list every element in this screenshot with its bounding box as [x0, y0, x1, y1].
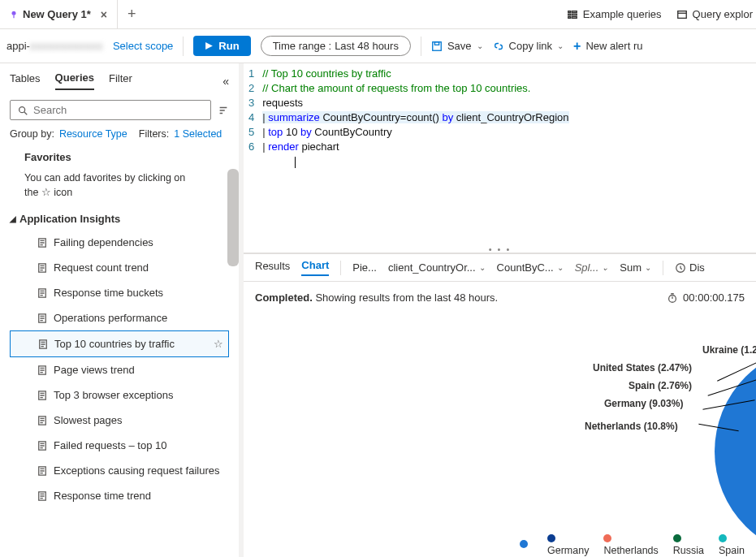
display-options[interactable]: Dis	[675, 261, 705, 274]
doc-icon	[37, 365, 47, 375]
link-icon	[493, 41, 504, 52]
select-scope-link[interactable]: Select scope	[113, 40, 173, 52]
favorites-title: Favorites	[24, 151, 226, 163]
chevron-down-icon: ⌄	[557, 41, 564, 50]
scope-name: appi-xxxxxxxxxxxx	[6, 40, 103, 52]
legend-item[interactable]: Russia	[673, 533, 704, 556]
search-icon	[17, 105, 28, 116]
svg-rect-8	[433, 41, 442, 50]
doc-icon	[37, 391, 47, 400]
svg-rect-7	[677, 11, 686, 18]
slice-label-us: United States (2.47%)	[593, 362, 692, 373]
query-item[interactable]: Failed requests – top 10	[10, 433, 229, 458]
pin-icon	[10, 11, 18, 19]
query-item[interactable]: Response time buckets	[10, 280, 229, 305]
query-item[interactable]: Page views trend	[10, 357, 229, 382]
query-item[interactable]: Top 3 browser exceptions	[10, 382, 229, 408]
caret-down-icon: ◢	[10, 214, 16, 223]
tab-title: New Query 1*	[23, 8, 91, 20]
svg-point-10	[19, 106, 25, 112]
doc-icon	[37, 238, 47, 248]
new-tab-button[interactable]: +	[118, 6, 146, 23]
divider	[421, 37, 421, 56]
tab-tables[interactable]: Tables	[10, 72, 41, 89]
doc-icon	[37, 313, 47, 323]
slice-label-ukraine: Ukraine (1.28%)	[702, 344, 756, 356]
tab-chart[interactable]: Chart	[301, 259, 329, 276]
query-duration: 00:00:00.175	[667, 291, 745, 304]
slice-label-spain: Spain (2.76%)	[629, 380, 692, 391]
new-alert-button[interactable]: + New alert ru	[573, 39, 642, 54]
slice-label-germany: Germany (9.03%)	[604, 398, 683, 409]
legend-item[interactable]	[520, 539, 533, 551]
y-axis-select[interactable]: CountByC...⌄	[497, 261, 564, 274]
save-icon	[431, 41, 443, 52]
aggregation-select[interactable]: Sum⌄	[620, 261, 651, 274]
star-icon[interactable]: ☆	[214, 338, 223, 350]
query-list: Failing dependenciesRequest count trendR…	[10, 230, 229, 508]
group-by-value[interactable]: Resource Type	[59, 128, 127, 140]
query-item[interactable]: Operations performance	[10, 305, 229, 330]
toolbar: appi-xxxxxxxxxxxx Select scope Run Time …	[0, 29, 756, 63]
legend: GermanyNetherlandsRussiaSpainUkraineUnit…	[520, 528, 756, 557]
tab-results[interactable]: Results	[255, 260, 290, 275]
query-item[interactable]: Failing dependencies	[10, 230, 229, 255]
code-editor[interactable]: 123456 // Top 10 countries by traffic// …	[244, 63, 756, 173]
svg-point-0	[12, 11, 16, 15]
sidebar: Tables Queries Filter « Group by: Resour…	[0, 63, 244, 557]
filters-value[interactable]: 1 Selected	[174, 128, 222, 140]
close-icon[interactable]: ×	[101, 8, 107, 21]
code-content: // Top 10 countries by traffic// Chart t…	[262, 67, 568, 170]
split-by-select[interactable]: Spl...⌄	[575, 261, 609, 274]
tab-queries[interactable]: Queries	[55, 71, 94, 90]
svg-rect-3	[568, 14, 571, 15]
results-toolbar: Results Chart Pie... client_CountryOr...…	[244, 253, 756, 282]
query-item[interactable]: Slowest pages	[10, 408, 229, 433]
plus-icon: +	[573, 39, 581, 54]
clock-icon	[675, 262, 686, 274]
group-by-label: Group by:	[10, 128, 54, 140]
time-range-picker[interactable]: Time range : Last 48 hours	[261, 36, 411, 56]
run-button[interactable]: Run	[193, 36, 250, 56]
collapse-sidebar-button[interactable]: «	[222, 75, 229, 88]
example-queries-button[interactable]: Example queries	[567, 8, 662, 20]
status-bar: Completed. Showing results from the last…	[244, 282, 756, 313]
slice-label-netherlands: Netherlands (10.8%)	[585, 421, 678, 432]
play-icon	[205, 41, 214, 50]
chart-area: Ukraine (1.28%) United States (2.47%) Sp…	[244, 313, 756, 557]
tab-bar: New Query 1* × + Example queries Query e…	[0, 0, 756, 29]
explorer-icon	[676, 9, 688, 20]
filters-label: Filters:	[139, 128, 170, 140]
chevron-down-icon: ⌄	[477, 41, 483, 50]
sort-icon[interactable]	[218, 105, 229, 116]
query-item[interactable]: Response time trend	[10, 483, 229, 508]
save-button[interactable]: Save ⌄	[431, 40, 483, 52]
doc-icon	[37, 416, 47, 425]
svg-rect-9	[434, 41, 438, 45]
stopwatch-icon	[667, 292, 678, 304]
query-explorer-button[interactable]: Query explor	[676, 8, 753, 20]
doc-icon	[38, 339, 48, 349]
query-item[interactable]: Request count trend	[10, 255, 229, 280]
legend-item[interactable]: Germany	[547, 533, 589, 556]
scrollbar-thumb[interactable]	[227, 169, 239, 266]
list-icon	[567, 9, 578, 20]
copy-link-button[interactable]: Copy link ⌄	[493, 40, 564, 52]
query-tab[interactable]: New Query 1* ×	[0, 0, 118, 28]
svg-rect-1	[568, 11, 571, 12]
search-input[interactable]	[33, 104, 204, 116]
section-app-insights[interactable]: ◢ Application Insights	[10, 213, 229, 225]
split-handle[interactable]: • • •	[244, 246, 756, 253]
doc-icon	[37, 466, 47, 476]
legend-item[interactable]: Spain	[719, 533, 745, 556]
legend-item[interactable]: Netherlands	[603, 533, 658, 556]
chart-type-select[interactable]: Pie...	[352, 261, 377, 274]
doc-icon	[37, 263, 47, 273]
svg-rect-2	[572, 11, 577, 12]
query-item[interactable]: Exceptions causing request failures	[10, 458, 229, 483]
query-item[interactable]: Top 10 countries by traffic☆	[10, 330, 229, 357]
x-axis-select[interactable]: client_CountryOr...⌄	[388, 261, 486, 274]
svg-rect-5	[568, 16, 571, 18]
search-box[interactable]	[10, 100, 211, 120]
tab-filter[interactable]: Filter	[109, 72, 132, 89]
